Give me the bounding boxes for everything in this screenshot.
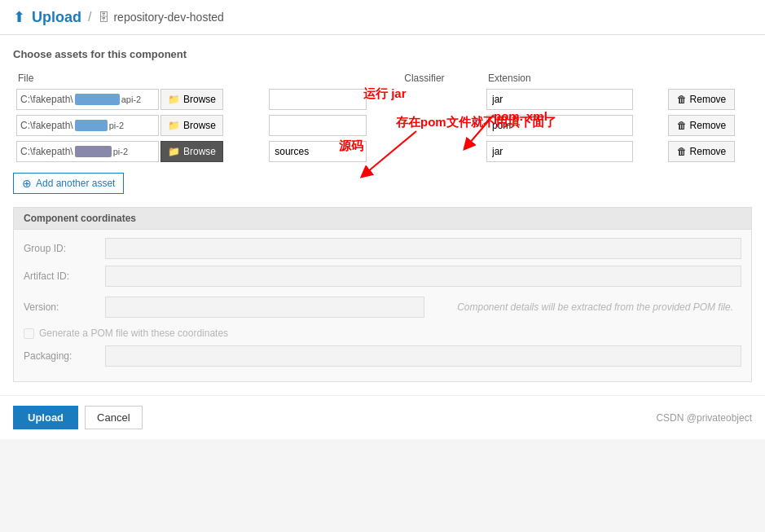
browse-button-3[interactable]: 📁 Browse — [160, 141, 223, 162]
remove-button-2[interactable]: 🗑 Remove — [668, 115, 736, 136]
group-id-input — [105, 238, 741, 259]
folder-icon-3: 📁 — [168, 146, 180, 157]
version-input — [105, 297, 424, 318]
remove-label-1: Remove — [690, 94, 727, 105]
repo-breadcrumb: 🗄 repository-dev-hosted — [98, 11, 223, 24]
packaging-row: Packaging: — [24, 345, 741, 367]
remove-icon-2: 🗑 — [677, 120, 687, 131]
add-asset-button[interactable]: ⊕ Add another asset — [13, 173, 124, 194]
footer: Upload Cancel CSDN @privateobject — [0, 395, 765, 439]
footer-buttons-left: Upload Cancel — [13, 406, 143, 429]
section-title: Choose assets for this component — [13, 48, 752, 60]
artifact-id-row: Artifact ID: — [24, 266, 741, 287]
file-path-blurred-3 — [75, 146, 112, 157]
coords-body: Group ID: Artifact ID: Version: Componen… — [14, 230, 751, 381]
file-path-blurred-2 — [75, 120, 108, 131]
file-path-prefix-1: C:\fakepath\ — [17, 94, 73, 105]
file-path-display-2: C:\fakepath\ pi-2 — [16, 115, 159, 136]
generate-pom-row: Generate a POM file with these coordinat… — [24, 328, 741, 339]
artifact-id-input — [105, 266, 741, 287]
classifier-input-1[interactable] — [269, 89, 367, 110]
main-content: Choose assets for this component File Cl… — [0, 35, 765, 395]
upload-icon: ⬆ — [13, 8, 25, 26]
extension-input-1[interactable] — [486, 89, 633, 110]
version-label: Version: — [24, 301, 97, 313]
remove-label-3: Remove — [690, 146, 727, 157]
group-id-label: Group ID: — [24, 243, 97, 254]
remove-button-1[interactable]: 🗑 Remove — [668, 89, 736, 110]
browse-label-2: Browse — [183, 120, 216, 131]
group-id-row: Group ID: — [24, 238, 741, 259]
browse-button-2[interactable]: 📁 Browse — [160, 115, 223, 136]
browse-button-1[interactable]: 📁 Browse — [160, 89, 223, 110]
packaging-input — [105, 345, 741, 367]
version-row: Version: Component details will be extra… — [24, 293, 741, 321]
table-row: C:\fakepath\ pi-2 📁 Browse — [13, 138, 752, 165]
file-path-display-1: C:\fakepath\ api-2 — [16, 89, 159, 110]
remove-button-3[interactable]: 🗑 Remove — [668, 141, 736, 162]
file-path-suffix-1: api-2 — [121, 95, 141, 104]
packaging-label: Packaging: — [24, 350, 97, 362]
component-coordinates-section: Component coordinates Group ID: Artifact… — [13, 207, 752, 382]
remove-icon-1: 🗑 — [677, 94, 687, 105]
file-path-prefix-3: C:\fakepath\ — [17, 146, 73, 157]
col-classifier: Classifier — [266, 70, 483, 86]
browse-label-1: Browse — [183, 94, 216, 105]
remove-label-2: Remove — [690, 120, 727, 131]
table-row: C:\fakepath\ pi-2 📁 Browse — [13, 112, 752, 138]
header: ⬆ Upload / 🗄 repository-dev-hosted — [0, 0, 765, 35]
file-input-group-1: C:\fakepath\ api-2 📁 Browse — [16, 89, 262, 110]
file-input-group-2: C:\fakepath\ pi-2 📁 Browse — [16, 115, 262, 136]
pom-extract-notice: Component details will be extracted from… — [449, 293, 741, 321]
classifier-input-3[interactable] — [269, 141, 367, 162]
artifact-id-label: Artifact ID: — [24, 270, 97, 282]
file-path-display-3: C:\fakepath\ pi-2 — [16, 141, 159, 162]
file-path-suffix-3: pi-2 — [113, 147, 128, 156]
add-asset-label: Add another asset — [36, 178, 115, 189]
folder-icon-2: 📁 — [168, 120, 180, 131]
col-file: File — [13, 70, 266, 86]
col-extension: Extension — [483, 70, 665, 86]
file-path-prefix-2: C:\fakepath\ — [17, 120, 73, 131]
classifier-input-2[interactable] — [269, 115, 367, 136]
breadcrumb-separator: / — [88, 10, 91, 24]
generate-pom-label: Generate a POM file with these coordinat… — [39, 328, 228, 339]
assets-table: File Classifier Extension C:\fakepath\ a — [13, 70, 752, 165]
folder-icon-1: 📁 — [168, 94, 180, 105]
add-icon: ⊕ — [22, 177, 32, 190]
repo-icon: 🗄 — [98, 11, 109, 24]
file-path-suffix-2: pi-2 — [109, 121, 124, 130]
upload-title: Upload — [32, 9, 81, 26]
file-path-blurred-1 — [75, 94, 120, 105]
generate-pom-checkbox — [24, 328, 34, 339]
table-row: C:\fakepath\ api-2 📁 Browse — [13, 86, 752, 112]
browse-label-3: Browse — [183, 146, 216, 157]
repo-name: repository-dev-hosted — [113, 11, 223, 24]
cancel-button[interactable]: Cancel — [85, 406, 142, 429]
upload-button[interactable]: Upload — [13, 406, 78, 429]
extension-input-3[interactable] — [486, 141, 633, 162]
extension-input-2[interactable] — [486, 115, 633, 136]
assets-area: File Classifier Extension C:\fakepath\ a — [13, 70, 752, 165]
file-input-group-3: C:\fakepath\ pi-2 📁 Browse — [16, 141, 262, 162]
watermark: CSDN @privateobject — [656, 412, 752, 424]
coords-header: Component coordinates — [14, 208, 751, 230]
remove-icon-3: 🗑 — [677, 146, 687, 157]
